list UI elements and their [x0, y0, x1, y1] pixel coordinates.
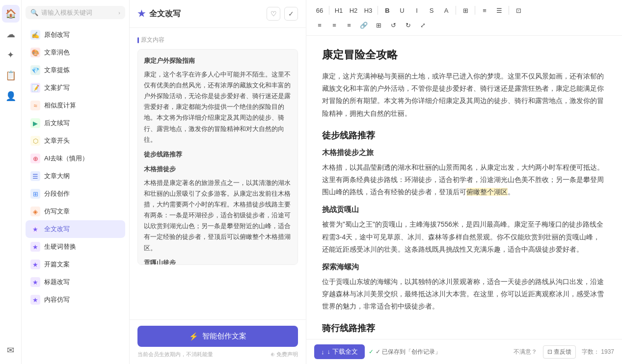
bold-btn[interactable]: B: [381, 4, 394, 17]
toolbar-sep: [475, 6, 475, 15]
link-btn[interactable]: 🔗: [357, 19, 370, 31]
toolbar-row-1: 66H1H2H3BUISA⊞≡☰⊡: [313, 4, 615, 17]
menu-icon-original: ✍: [30, 30, 40, 40]
menu-icon-polish: 🎨: [30, 48, 40, 57]
toolbar-row-2: ≡≡≡🔗⊞↺↻⤢: [313, 19, 615, 31]
menu-item-outline[interactable]: ☰ 文章大纲: [26, 167, 125, 185]
create-btn-label: 智能创作文案: [202, 332, 246, 341]
heart-btn[interactable]: ♡: [267, 7, 280, 21]
align-left-btn[interactable]: ≡: [313, 19, 326, 31]
right-editor-panel: 66H1H2H3BUISA⊞≡☰⊡ ≡≡≡🔗⊞↺↻⤢ 康定冒险全攻略康定，这片充…: [306, 0, 622, 364]
checkbox-btn[interactable]: ⊡: [512, 4, 525, 17]
h2-btn[interactable]: H2: [347, 4, 360, 17]
menu-item-opening2[interactable]: ★ 开篇文案: [26, 256, 125, 273]
font-color-btn[interactable]: A: [440, 4, 453, 17]
original-text-box[interactable]: 康定户外探险指南康定，这个名字在许多人心中可能并不陌生。这里不仅有优美的自然风光…: [137, 49, 298, 265]
check-icon: ✓: [369, 348, 374, 355]
feedback-label: 不满意？: [514, 348, 537, 356]
editor-subsection-title-0-1: 挑战贡嘎山: [322, 205, 606, 214]
redo-btn[interactable]: ↻: [402, 19, 414, 31]
menu-item-imitate[interactable]: ◈ 仿写文章: [26, 203, 125, 220]
menu-item-title[interactable]: ★ 标题改写: [26, 273, 125, 291]
table-btn[interactable]: ⊞: [459, 4, 472, 17]
editor-subsection-title-0-2: 探索海螺沟: [322, 262, 606, 272]
list-btn[interactable]: ☰: [493, 4, 506, 17]
h3-btn[interactable]: H3: [362, 4, 375, 17]
undo-btn[interactable]: ↺: [387, 19, 400, 31]
menu-icon-replace: ★: [30, 242, 40, 252]
indent-btn[interactable]: ≡: [478, 4, 491, 17]
title-star-icon: ★: [137, 8, 145, 19]
italic-btn[interactable]: I: [410, 4, 423, 17]
search-btn[interactable]: ›: [118, 10, 120, 16]
sidebar-book-icon[interactable]: 📋: [2, 67, 20, 84]
saved-text-label: ✓ 已保存到「创作记录」: [376, 348, 441, 356]
editor-subsection-content-0-1: 被誉为"蜀山之王"的贡嘎山，主峰海拔7556米，是四川最高峰。康定至子梅垭口的徒…: [322, 218, 606, 256]
fullscreen-btn[interactable]: ⤢: [416, 19, 429, 31]
word-count: 字数： 1937: [582, 348, 614, 356]
feedback-btn[interactable]: ⊡ 查反馈: [543, 345, 576, 359]
sidebar-star-icon[interactable]: ✦: [2, 46, 20, 64]
editor-subsection-content-0-2: 位于贡嘎山东坡的海螺沟，以其独特的冰川景观著称，适合一天徒步的路线从沟口出发，沿…: [322, 276, 606, 313]
menu-icon-extract: 💎: [30, 65, 40, 75]
menu-icon-imitate: ◈: [30, 207, 40, 216]
middle-footer: ⚡ 智能创作文案 当前会员生效期内，不消耗能量 ⊕ 免费声明: [130, 319, 306, 364]
menu-icon-segment: ⊞: [30, 189, 40, 199]
saved-status: ✓ ✓ 已保存到「创作记录」: [369, 348, 441, 356]
sidebar-home-icon[interactable]: 🏠: [2, 5, 20, 23]
grid-btn[interactable]: ⊞: [372, 19, 385, 31]
menu-item-similarity[interactable]: ≈ 相似度计算: [26, 97, 125, 114]
section-label: 原文内容: [137, 36, 298, 44]
align-center-btn[interactable]: ≡: [328, 19, 341, 31]
editor-subsection-content-0-0: 木格措，以其晶莹剔透的湖水和壮丽的山景而闻名，从康定出发，大约两小时车程便可抵达…: [322, 161, 606, 199]
menu-item-extract[interactable]: 💎 文章提炼: [26, 61, 125, 79]
menu-item-opening[interactable]: ⬡ 文章开头: [26, 132, 125, 150]
menu-label-similarity: 相似度计算: [44, 101, 76, 110]
sidebar-user-icon[interactable]: 👤: [2, 87, 20, 105]
menu-item-polish[interactable]: 🎨 文章润色: [26, 44, 125, 61]
menu-item-ai_taste[interactable]: ⊕ AI去味（慎用）: [26, 150, 125, 167]
create-btn[interactable]: ⚡ 智能创作文案: [137, 326, 298, 347]
search-box[interactable]: 🔍 ›: [26, 6, 125, 19]
search-input[interactable]: [41, 9, 115, 16]
menu-icon-ai_taste: ⊕: [30, 154, 40, 163]
search-icon: 🔍: [30, 9, 38, 16]
editor-toolbar: 66H1H2H3BUISA⊞≡☰⊡ ≡≡≡🔗⊞↺↻⤢: [306, 0, 622, 36]
original-subsection-title-5: 贡嘎山徒步: [144, 258, 292, 265]
download-icon: ↓: [321, 348, 325, 356]
sidebar-mail-icon[interactable]: ✉: [2, 341, 20, 359]
editor-content[interactable]: 康定冒险全攻略康定，这片充满神秘与美丽的土地，或许早已进入你的梦境。这里不仅风景…: [306, 36, 622, 339]
h1-btn[interactable]: H1: [332, 4, 345, 17]
menu-label-title: 标题改写: [44, 278, 70, 286]
menu-icon-opening2: ★: [30, 260, 40, 269]
original-subsection-title-2: 徒步线路推荐: [144, 149, 292, 160]
sidebar-cloud-icon[interactable]: ☁: [2, 26, 20, 43]
left-menu-panel: 🔍 › ✍ 原创改写 🎨 文章润色 💎 文章提炼 📝 文案扩写 ≈ 相似度计算 …: [22, 0, 130, 364]
menu-item-segment[interactable]: ⊞ 分段创作: [26, 185, 125, 203]
menu-item-replace[interactable]: ★ 生硬词替换: [26, 238, 125, 256]
menu-label-polish: 文章润色: [44, 48, 70, 57]
check-btn[interactable]: ✓: [284, 7, 298, 21]
editor-section-title-0: 徒步线路推荐: [322, 130, 606, 141]
underline-btn[interactable]: U: [396, 4, 408, 17]
menu-item-expand[interactable]: 📝 文案扩写: [26, 79, 125, 97]
menu-item-original[interactable]: ✍ 原创改写: [26, 26, 125, 44]
quote-btn[interactable]: 66: [313, 4, 326, 17]
menu-label-ai_taste: AI去味（慎用）: [44, 154, 88, 163]
menu-label-imitate: 仿写文章: [44, 207, 70, 216]
menu-label-replace: 生硬词替换: [44, 242, 76, 251]
align-right-btn[interactable]: ≡: [343, 19, 355, 31]
menu-item-continue[interactable]: ▶ 后文续写: [26, 114, 125, 132]
strikethrough-btn[interactable]: S: [425, 4, 438, 17]
footer-left: ↓ ↓ 下载全文 ✓ ✓ 已保存到「创作记录」: [314, 344, 441, 359]
menu-item-rewrite[interactable]: ★ 全文改写: [26, 220, 125, 238]
menu-icon-imitate2: ★: [30, 295, 40, 305]
toolbar-sep: [329, 6, 329, 15]
menu-icon-similarity: ≈: [30, 101, 40, 110]
download-btn[interactable]: ↓ ↓ 下载全文: [314, 344, 365, 359]
menu-label-expand: 文案扩写: [44, 83, 70, 92]
menu-label-rewrite: 全文改写: [44, 225, 70, 234]
menu-label-imitate2: 内容仿写: [44, 295, 70, 304]
menu-icon-continue: ▶: [30, 118, 40, 128]
menu-item-imitate2[interactable]: ★ 内容仿写: [26, 291, 125, 309]
